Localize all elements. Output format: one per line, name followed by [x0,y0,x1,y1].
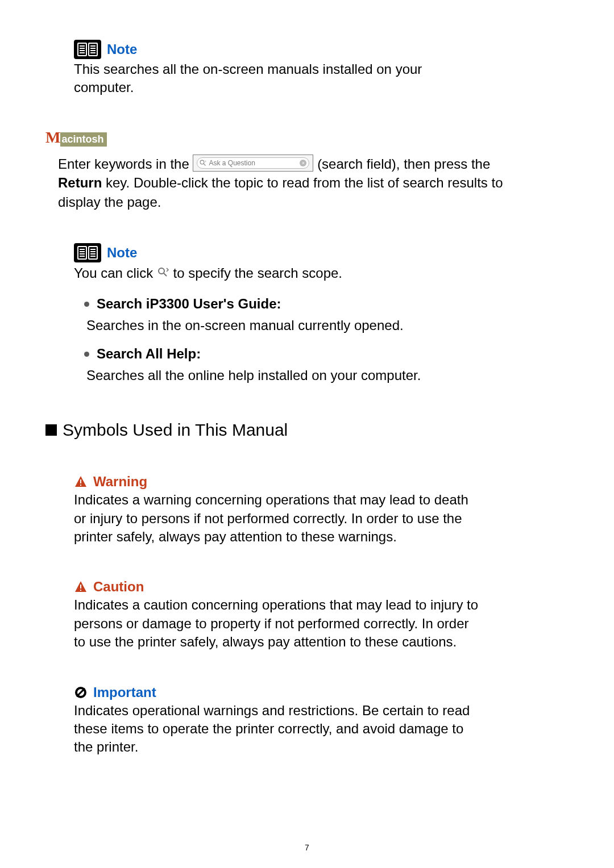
mac-text-pre: Enter keywords in the [58,156,193,172]
search-field-image: Ask a Question × [193,155,313,172]
note-label: Note [107,245,137,261]
prohibit-icon [74,686,88,699]
caution-text: Indicates a caution concerning operation… [74,596,483,651]
bullet-list: Search iP3300 User's Guide: Searches in … [74,296,569,383]
page-number: 7 [0,843,614,852]
bullet-icon [84,352,89,357]
caution-label: Caution [93,579,144,595]
caution-icon [74,580,88,594]
note-text: This searches all the on-screen manuals … [74,60,483,97]
svg-point-10 [201,161,205,165]
note-header: Note [74,243,569,262]
manual-icon [74,243,101,262]
magnifier-icon [200,160,206,166]
bullet-title: Search iP3300 User's Guide: [97,296,569,312]
svg-line-23 [164,273,167,276]
square-bullet-icon [45,424,57,436]
mac-paragraph: Enter keywords in the Ask a Question × (… [58,155,513,212]
important-text: Indicates operational warnings and restr… [74,702,483,757]
caution-header: Caution [74,579,569,595]
svg-rect-12 [78,247,86,259]
search-placeholder: Ask a Question [209,158,255,168]
list-item: Search All Help: Searches all the online… [97,346,569,383]
important-header: Important [74,685,569,700]
mac-rest: acintosh [60,132,107,147]
bullet-desc: Searches all the online help installed o… [86,368,569,383]
warning-label: Warning [93,474,147,490]
note-header: Note [74,40,569,59]
warning-header: Warning [74,474,569,490]
svg-rect-25 [80,479,81,483]
svg-line-11 [204,164,206,166]
click-text-1: You can click [74,265,157,281]
svg-rect-26 [80,485,81,486]
clear-icon: × [300,160,306,166]
warning-icon [74,475,88,489]
svg-rect-28 [80,585,81,589]
bullet-desc: Searches in the on-screen manual current… [86,318,569,333]
svg-rect-29 [80,590,81,591]
warning-text: Indicates a warning concerning operation… [74,491,483,546]
section-heading: Symbols Used in This Manual [45,420,569,440]
bullet-icon [84,302,89,307]
important-label: Important [93,685,156,700]
caution-block: Caution Indicates a caution concerning o… [74,579,569,651]
note-click-text: You can click to specify the search scop… [74,264,569,283]
svg-point-22 [159,268,164,274]
note-block-2: Note You can click to specify the search… [74,243,569,384]
list-item: Search iP3300 User's Guide: Searches in … [97,296,569,333]
mac-text-post1: (search field), then press the [317,156,490,172]
svg-rect-13 [89,247,97,259]
important-block: Important Indicates operational warnings… [74,685,569,757]
section-title: Symbols Used in This Manual [63,420,288,440]
manual-icon [74,40,101,59]
return-key-word: Return [58,175,102,190]
svg-rect-1 [89,43,97,56]
mac-m: M [45,128,60,147]
magnifier-dropdown-icon [157,266,169,279]
mac-text-post2: key. Double-click the topic to read from… [58,175,503,210]
bullet-title: Search All Help: [97,346,569,362]
warning-block: Warning Indicates a warning concerning o… [74,474,569,546]
note-label: Note [107,41,137,57]
svg-rect-0 [78,43,86,56]
document-page: Note This searches all the on-screen man… [0,0,614,868]
click-text-2: to specify the search scope. [173,265,343,281]
macintosh-badge: Macintosh [45,128,107,147]
search-pill: Ask a Question × [197,157,309,169]
note-block-1: Note This searches all the on-screen man… [74,40,569,97]
